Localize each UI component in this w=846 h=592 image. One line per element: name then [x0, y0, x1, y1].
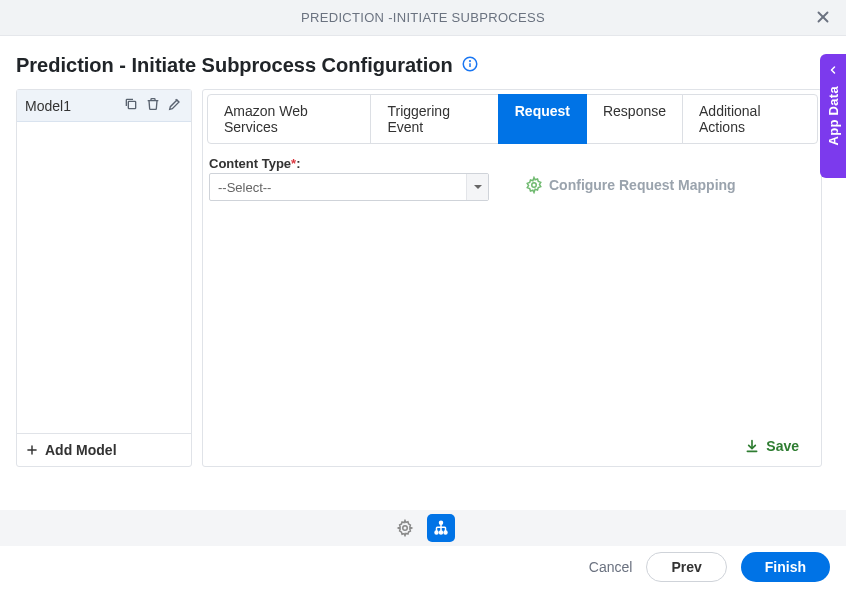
- flow-icon[interactable]: [427, 514, 455, 542]
- footer-buttons: Cancel Prev Finish: [589, 552, 830, 582]
- svg-point-14: [444, 531, 447, 534]
- page-title: Prediction - Initiate Subprocess Configu…: [16, 54, 453, 77]
- delete-icon[interactable]: [145, 96, 161, 115]
- add-model-label: Add Model: [45, 442, 117, 458]
- svg-point-8: [532, 183, 537, 188]
- tab-aws[interactable]: Amazon Web Services: [207, 94, 371, 144]
- app-data-label: App Data: [826, 86, 841, 145]
- svg-point-10: [403, 526, 408, 531]
- svg-point-13: [440, 531, 443, 534]
- prev-button[interactable]: Prev: [646, 552, 726, 582]
- content-type-value: --Select--: [218, 180, 271, 195]
- bottom-toolbar: [0, 510, 846, 546]
- model-sidebar: Model1 Add Model: [16, 89, 192, 467]
- save-button[interactable]: Save: [744, 438, 799, 454]
- tab-response[interactable]: Response: [586, 94, 683, 144]
- modal-title: PREDICTION -INITIATE SUBPROCESS: [301, 10, 545, 25]
- tab-additional-actions[interactable]: Additional Actions: [682, 94, 818, 144]
- model-name: Model1: [25, 98, 71, 114]
- save-label: Save: [766, 438, 799, 454]
- cancel-button[interactable]: Cancel: [589, 559, 633, 575]
- app-data-tab[interactable]: App Data: [820, 54, 846, 178]
- right-panel: Amazon Web Services Triggering Event Req…: [202, 89, 822, 467]
- svg-rect-5: [128, 101, 135, 108]
- edit-icon[interactable]: [167, 96, 183, 115]
- add-model-button[interactable]: Add Model: [17, 433, 191, 466]
- page-title-row: Prediction - Initiate Subprocess Configu…: [16, 54, 822, 77]
- content-type-label: Content Type*:: [209, 156, 489, 171]
- info-icon[interactable]: [461, 55, 479, 77]
- chevron-down-icon: [466, 174, 488, 200]
- gear-icon[interactable]: [391, 514, 419, 542]
- tab-request[interactable]: Request: [498, 94, 587, 144]
- copy-icon[interactable]: [123, 96, 139, 115]
- tab-triggering-event[interactable]: Triggering Event: [370, 94, 498, 144]
- model-item[interactable]: Model1: [17, 90, 191, 122]
- svg-point-4: [469, 60, 470, 61]
- svg-point-11: [440, 521, 443, 524]
- configure-mapping-label: Configure Request Mapping: [549, 177, 736, 193]
- finish-button[interactable]: Finish: [741, 552, 830, 582]
- modal-header: PREDICTION -INITIATE SUBPROCESS: [0, 0, 846, 36]
- configure-request-mapping: Configure Request Mapping: [525, 176, 736, 194]
- content-type-select[interactable]: --Select--: [209, 173, 489, 201]
- close-icon[interactable]: [814, 8, 832, 30]
- tabs: Amazon Web Services Triggering Event Req…: [207, 94, 817, 144]
- svg-point-12: [435, 531, 438, 534]
